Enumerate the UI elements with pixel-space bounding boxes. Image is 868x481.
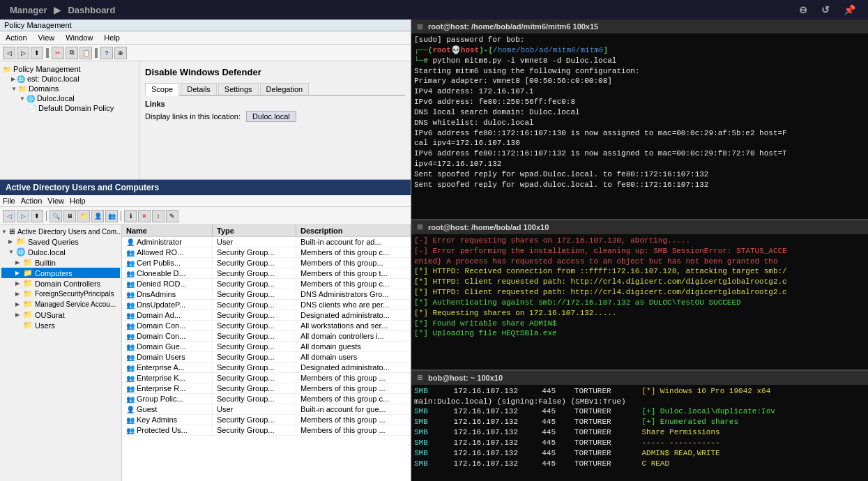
menu-view[interactable]: View	[36, 33, 58, 43]
arrow-icon: ▶	[15, 280, 22, 287]
terminal-1-titlebar: ⊞ root@host: /home/bob/ad/mitm6/mitm6 10…	[411, 20, 868, 33]
toolbar-fwd[interactable]: ▷	[17, 210, 29, 222]
menu-window[interactable]: Window	[63, 33, 96, 43]
table-row[interactable]: 👥 Allowed RO... Security Group... Member…	[122, 247, 411, 258]
table-row[interactable]: 👤 Administrator User Built-in account fo…	[122, 237, 411, 247]
row-name: 👤 Administrator	[122, 237, 213, 247]
term-line: DNS local search domain: Duloc.local	[414, 107, 865, 118]
gpm-est-label: est: Duloc.local	[27, 75, 79, 83]
toolbar-rename[interactable]: ✎	[166, 210, 178, 222]
table-row[interactable]: 👥 Group Polic... Security Group... Membe…	[122, 394, 411, 404]
aduc-managed-service[interactable]: ▶ 📁 Managed Service Accou...	[1, 299, 120, 310]
term-line: main:Duloc.local) (signing:False) (SMBv1…	[414, 397, 865, 407]
aduc-domain-controllers[interactable]: ▶ 📁 Domain Controllers	[1, 278, 120, 289]
table-row[interactable]: 👥 Domain Users Security Group... All dom…	[122, 352, 411, 362]
aduc-ousurat[interactable]: ▶ 📁 OUSurat	[1, 310, 120, 320]
row-name: 👥 Domain Con...	[122, 321, 213, 330]
table-row[interactable]: 👥 Domain Con... Security Group... All wo…	[122, 321, 411, 331]
aduc-computers[interactable]: ▶ 📁 Computers	[1, 268, 120, 278]
table-row[interactable]: 👥 Cloneable D... Security Group... Membe…	[122, 268, 411, 279]
toolbar-cut[interactable]: ✂	[52, 47, 64, 59]
terminal-2-body[interactable]: [-] Error requesting shares on 172.16.10…	[411, 234, 868, 369]
toolbar-group[interactable]: 👥	[105, 210, 118, 222]
table-row[interactable]: 👤 Guest User Built-in account for gue...	[122, 404, 411, 415]
computers-label: Computers	[35, 269, 73, 277]
row-type: Security Group...	[213, 247, 296, 257]
table-row[interactable]: 👥 Domain Con... Security Group... All do…	[122, 331, 411, 342]
gpm-tree-est[interactable]: ▶ 🌐 est: Duloc.local	[11, 74, 136, 84]
foreign-label: ForeignSecurityPrincipals	[35, 290, 114, 298]
links-value[interactable]: Duloc.local	[246, 111, 296, 122]
menu-help[interactable]: Help	[101, 33, 123, 43]
gpm-section: Policy Management Action View Window Hel…	[0, 20, 411, 180]
gpm-tree-root[interactable]: 📁 Policy Management	[3, 64, 136, 74]
toolbar-paste[interactable]: 📋	[79, 47, 92, 59]
term-line: [*] HTTPD: Client requested path: http:/…	[414, 287, 865, 298]
toolbar-up[interactable]: ⬆	[31, 210, 43, 222]
menu-help[interactable]: Help	[70, 197, 86, 205]
table-row[interactable]: 👥 Denied ROD... Security Group... Member…	[122, 279, 411, 289]
aduc-users[interactable]: 📁 Users	[1, 320, 120, 330]
term-line: SMB 172.16.107.132 445 TORTURER [+] Dulo…	[414, 406, 865, 417]
table-row[interactable]: 👥 DnsUpdateP... Security Group... DNS cl…	[122, 300, 411, 310]
menu-view[interactable]: View	[47, 197, 64, 205]
row-type: Security Group...	[213, 289, 296, 299]
col-desc[interactable]: Description	[296, 225, 411, 236]
terminal-1-body[interactable]: [sudo] password for bob: ┌──(root💀host)-…	[411, 33, 868, 219]
tab-delegation[interactable]: Delegation	[260, 83, 310, 95]
toolbar-copy[interactable]: ⧉	[66, 47, 78, 59]
tab-scope[interactable]: Scope	[145, 83, 179, 96]
gpm-domains[interactable]: ▼ 📁 Domains	[11, 84, 136, 93]
tab-settings[interactable]: Settings	[218, 83, 259, 95]
aduc-foreign-security[interactable]: ▶ 📁 ForeignSecurityPrincipals	[1, 289, 120, 299]
toolbar-back[interactable]: ◁	[3, 210, 15, 222]
toolbar-expand[interactable]: ⊕	[114, 47, 127, 59]
minimize-icon[interactable]: ⊖	[799, 4, 807, 15]
toolbar-delete[interactable]: ✕	[138, 210, 151, 222]
aduc-saved-queries[interactable]: ▶ 📁 Saved Queries	[1, 236, 120, 247]
table-row[interactable]: 👥 Enterprise A... Security Group... Desi…	[122, 362, 411, 373]
toolbar-help[interactable]: ?	[100, 47, 113, 59]
table-row[interactable]: 👥 Cert Publis... Security Group... Membe…	[122, 258, 411, 268]
gpm-duloc[interactable]: ▼ 🌐 Duloc.local	[20, 93, 136, 103]
row-name: 👥 Denied ROD...	[122, 279, 213, 289]
table-row[interactable]: 👥 Key Admins Security Group... Members o…	[122, 415, 411, 425]
toolbar-fwd[interactable]: ▷	[17, 47, 29, 59]
terminal-3-body[interactable]: SMB 172.16.107.132 445 TORTURER [*] Wind…	[411, 385, 868, 481]
toolbar-folder[interactable]: 📁	[77, 210, 90, 222]
toolbar-search[interactable]: 🔍	[50, 210, 62, 222]
menu-action[interactable]: Action	[3, 33, 30, 43]
row-type: Security Group...	[213, 383, 296, 393]
aduc-duloc[interactable]: ▼ 🌐 Duloc.local	[1, 247, 120, 257]
col-name[interactable]: Name	[122, 225, 213, 236]
toolbar-back[interactable]: ◁	[3, 47, 15, 59]
table-row[interactable]: 👥 DnsAdmins Security Group... DNS Admini…	[122, 289, 411, 300]
aduc-builtin[interactable]: ▶ 📁 Builtin	[1, 257, 120, 268]
term-line: [-] Error performing the installation, c…	[414, 246, 865, 257]
col-type[interactable]: Type	[213, 225, 296, 236]
row-type: Security Group...	[213, 394, 296, 404]
term-line: Primary adapter: vmnet8 [00:50:56:c0:00:…	[414, 76, 865, 86]
toolbar-user[interactable]: 👤	[91, 210, 104, 222]
gpm-menubar: Action View Window Help	[0, 31, 411, 45]
row-type: Security Group...	[213, 415, 296, 425]
pin-icon[interactable]: 📌	[844, 4, 855, 15]
gpm-default-policy[interactable]: 📄 Default Domain Policy	[28, 103, 136, 113]
table-row[interactable]: 👥 Protected Us... Security Group... Memb…	[122, 425, 411, 436]
menu-action[interactable]: Action	[21, 197, 43, 205]
aduc-tree-root[interactable]: ▼ 🖥 Active Directory Users and Com...	[1, 227, 120, 236]
toolbar-move[interactable]: ↕	[152, 210, 165, 222]
table-row[interactable]: 👥 Domain Ad... Security Group... Designa…	[122, 310, 411, 321]
table-row[interactable]: 👥 Domain Gue... Security Group... All do…	[122, 342, 411, 352]
table-row[interactable]: 👥 Enterprise R... Security Group... Memb…	[122, 383, 411, 394]
tab-details[interactable]: Details	[181, 83, 217, 95]
toolbar-up[interactable]: ⬆	[31, 47, 43, 59]
menu-file[interactable]: File	[3, 197, 15, 205]
term-line: enied} A process has requested access to…	[414, 257, 865, 267]
table-row[interactable]: 👥 Enterprise K... Security Group... Memb…	[122, 373, 411, 383]
row-name: 👥 DnsAdmins	[122, 289, 213, 299]
toolbar-computer[interactable]: 🖥	[63, 210, 76, 222]
row-desc: Members of this group c...	[296, 247, 411, 257]
toolbar-properties[interactable]: ℹ	[124, 210, 137, 222]
refresh-icon[interactable]: ↺	[821, 4, 830, 15]
